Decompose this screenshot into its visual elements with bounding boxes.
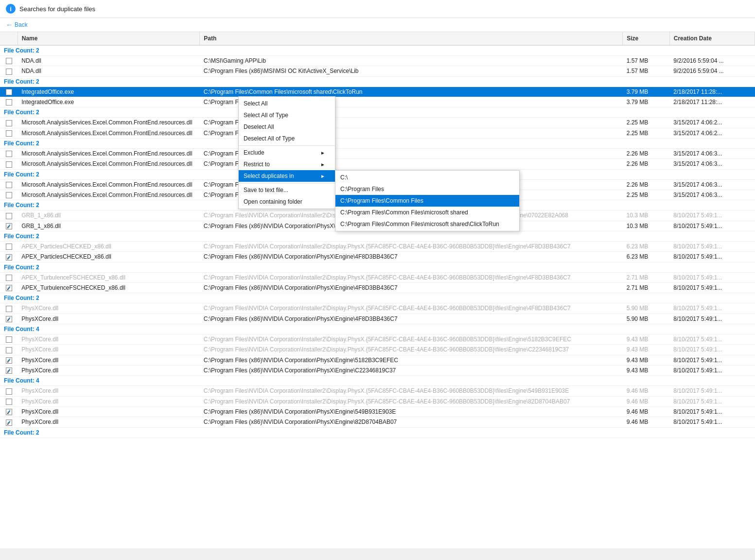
col-date-header[interactable]: Creation Date xyxy=(669,32,755,45)
table-row[interactable]: IntegratedOffice.exeC:\Program Files\Com… xyxy=(0,87,755,97)
checkbox-icon[interactable] xyxy=(6,151,12,157)
row-checkbox[interactable]: ✓ xyxy=(0,365,18,375)
checkbox-icon[interactable]: ✓ xyxy=(6,420,12,426)
table-row[interactable]: NDA.dllC:\MSI\Gaming APP\Lib1.57 MB9/2/2… xyxy=(0,56,755,66)
row-checkbox[interactable] xyxy=(0,190,18,200)
ctx-select-all-type[interactable]: Select All of Type xyxy=(239,109,335,121)
table-row[interactable]: ✓PhysXCore.dllC:\Program Files (x86)\NVI… xyxy=(0,355,755,365)
checkbox-icon[interactable]: ✓ xyxy=(6,357,12,364)
table-row[interactable]: APEX_ParticlesCHECKED_x86.dllC:\Program … xyxy=(0,241,755,251)
checkbox-icon[interactable]: ✓ xyxy=(6,285,12,291)
row-checkbox[interactable]: ✓ xyxy=(0,417,18,427)
row-checkbox[interactable] xyxy=(0,210,18,221)
table-row[interactable]: ✓APEX_TurbulenceFSCHECKED_x86.dllC:\Prog… xyxy=(0,282,755,293)
checkbox-icon[interactable] xyxy=(6,244,12,250)
row-checkbox[interactable] xyxy=(0,272,18,282)
submenu-clicktorun[interactable]: C:\Program Files\Common Files\microsoft … xyxy=(335,218,519,230)
table-row[interactable]: PhysXCore.dllC:\Program Files\NVIDIA Cor… xyxy=(0,386,755,396)
row-path: C:\Program Files (x86)\NVIDIA Corporatio… xyxy=(200,417,623,427)
checkbox-icon[interactable]: ✓ xyxy=(6,409,12,415)
row-checkbox[interactable] xyxy=(0,396,18,406)
checkbox-icon[interactable]: ✓ xyxy=(6,368,12,374)
row-checkbox[interactable] xyxy=(0,345,18,355)
submenu-microsoft-shared[interactable]: C:\Program Files\Common Files\microsoft … xyxy=(335,207,519,218)
row-checkbox[interactable]: ✓ xyxy=(0,355,18,365)
back-button[interactable]: ← Back xyxy=(6,21,28,29)
row-date: 3/15/2017 4:06:2... xyxy=(669,128,755,138)
table-row[interactable]: ✓PhysXCore.dllC:\Program Files (x86)\NVI… xyxy=(0,406,755,417)
checkbox-icon[interactable]: ✓ xyxy=(6,254,12,261)
row-checkbox[interactable]: ✓ xyxy=(0,282,18,293)
checkbox-icon[interactable] xyxy=(6,306,12,312)
row-checkbox[interactable] xyxy=(0,87,18,97)
row-checkbox[interactable] xyxy=(0,303,18,314)
ctx-deselect-all-type[interactable]: Deselect All of Type xyxy=(239,133,335,144)
row-checkbox[interactable] xyxy=(0,241,18,251)
checkbox-icon[interactable] xyxy=(6,192,12,198)
ctx-select-all[interactable]: Select All xyxy=(239,98,335,109)
table-row[interactable]: APEX_TurbulenceFSCHECKED_x86.dllC:\Progr… xyxy=(0,272,755,282)
row-path: C:\Program Files (x86)\NVIDIA Corporatio… xyxy=(200,314,623,324)
checkbox-icon[interactable] xyxy=(6,99,12,105)
table-row[interactable]: Microsoft.AnalysisServices.Excel.Common.… xyxy=(0,159,755,169)
col-path-header[interactable]: Path xyxy=(200,32,623,45)
ctx-separator-1 xyxy=(239,145,335,146)
checkbox-icon[interactable] xyxy=(6,336,12,343)
submenu-c-drive[interactable]: C:\ xyxy=(335,172,519,183)
table-row[interactable]: ✓PhysXCore.dllC:\Program Files (x86)\NVI… xyxy=(0,417,755,427)
col-size-header[interactable]: Size xyxy=(623,32,670,45)
row-date: 8/10/2017 5:49:1... xyxy=(669,252,755,262)
ctx-open-folder[interactable]: Open containing folder xyxy=(239,196,335,208)
table-row[interactable]: PhysXCore.dllC:\Program Files\NVIDIA Cor… xyxy=(0,334,755,344)
checkbox-icon[interactable] xyxy=(6,58,12,64)
table-row[interactable]: Microsoft.AnalysisServices.Excel.Common.… xyxy=(0,148,755,158)
checkbox-icon[interactable] xyxy=(6,120,12,126)
checkbox-icon[interactable] xyxy=(6,399,12,405)
table-row[interactable]: IntegratedOffice.exeC:\Program Files ...… xyxy=(0,97,755,107)
row-checkbox[interactable]: ✓ xyxy=(0,252,18,262)
checkbox-icon[interactable] xyxy=(6,275,12,281)
table-row[interactable]: PhysXCore.dllC:\Program Files\NVIDIA Cor… xyxy=(0,396,755,406)
table-row[interactable]: NDA.dllC:\Program Files (x86)\MSI\MSI OC… xyxy=(0,66,755,76)
submenu-common-files[interactable]: C:\Program Files\Common Files xyxy=(335,195,519,207)
checkbox-icon[interactable]: ✓ xyxy=(6,316,12,322)
table-row[interactable]: ✓PhysXCore.dllC:\Program Files (x86)\NVI… xyxy=(0,365,755,375)
table-row[interactable]: Microsoft.AnalysisServices.Excel.Common.… xyxy=(0,128,755,138)
table-row[interactable]: Microsoft.AnalysisServices.Excel.Common.… xyxy=(0,118,755,128)
ctx-save-text[interactable]: Save to text file... xyxy=(239,184,335,196)
checkbox-icon[interactable] xyxy=(6,347,12,353)
col-name-header[interactable]: Name xyxy=(18,32,200,45)
ctx-select-duplicates-in[interactable]: Select duplicates in ► C:\ C:\Program Fi… xyxy=(239,170,335,182)
row-checkbox[interactable]: ✓ xyxy=(0,221,18,231)
ctx-deselect-all[interactable]: Deselect All xyxy=(239,121,335,133)
row-checkbox[interactable] xyxy=(0,179,18,190)
table-row[interactable]: PhysXCore.dllC:\Program Files\NVIDIA Cor… xyxy=(0,345,755,355)
row-checkbox[interactable] xyxy=(0,56,18,66)
checkbox-icon[interactable] xyxy=(6,69,12,75)
row-checkbox[interactable] xyxy=(0,128,18,138)
row-checkbox[interactable] xyxy=(0,386,18,396)
checkbox-icon[interactable] xyxy=(6,130,12,137)
checkbox-icon[interactable] xyxy=(6,213,12,219)
row-checkbox[interactable] xyxy=(0,66,18,76)
ctx-exclude[interactable]: Exclude ► xyxy=(239,147,335,158)
table-row[interactable]: ✓PhysXCore.dllC:\Program Files (x86)\NVI… xyxy=(0,314,755,324)
row-checkbox[interactable]: ✓ xyxy=(0,406,18,417)
checkbox-icon[interactable] xyxy=(6,182,12,188)
row-checkbox[interactable]: ✓ xyxy=(0,314,18,324)
row-path: C:\Program Files (x86)\NVIDIA Corporatio… xyxy=(200,252,623,262)
row-checkbox[interactable] xyxy=(0,334,18,344)
checkbox-icon[interactable] xyxy=(6,388,12,395)
submenu-program-files[interactable]: C:\Program Files xyxy=(335,183,519,195)
checkbox-icon[interactable]: ✓ xyxy=(6,223,12,229)
table-row[interactable]: PhysXCore.dllC:\Program Files\NVIDIA Cor… xyxy=(0,303,755,314)
row-checkbox[interactable] xyxy=(0,118,18,128)
context-menu-overlay: Select All Select All of Type Deselect A… xyxy=(238,96,335,209)
table-row[interactable]: ✓APEX_ParticlesCHECKED_x86.dllC:\Program… xyxy=(0,252,755,262)
row-checkbox[interactable] xyxy=(0,97,18,107)
row-checkbox[interactable] xyxy=(0,148,18,158)
row-checkbox[interactable] xyxy=(0,159,18,169)
checkbox-icon[interactable] xyxy=(6,161,12,168)
ctx-restrict-to[interactable]: Restrict to ► xyxy=(239,158,335,170)
checkbox-icon[interactable] xyxy=(6,89,12,95)
